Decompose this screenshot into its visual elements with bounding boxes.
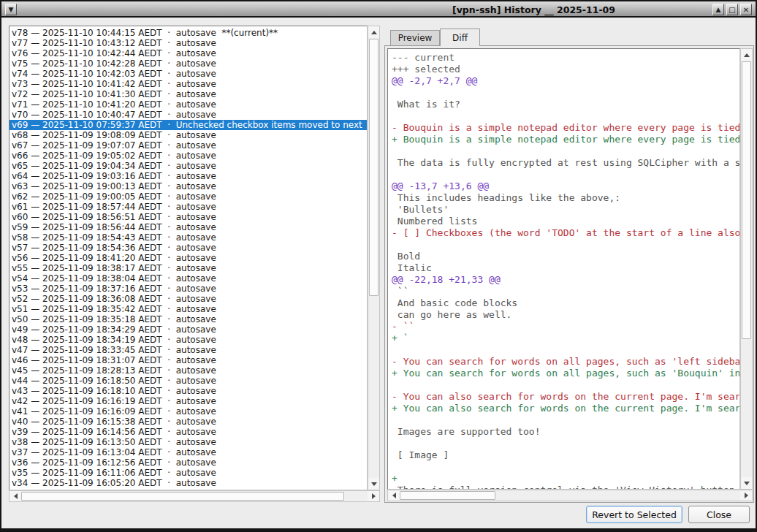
list-hscrollbar[interactable] (9, 490, 380, 502)
diff-vscrollbar[interactable] (740, 48, 753, 490)
diff-line: + ` (392, 332, 739, 344)
history-version-row[interactable]: v56 — 2025-11-09 18:41:20 AEDT · autosav… (12, 253, 367, 263)
history-version-row[interactable]: v61 — 2025-11-09 18:57:44 AEDT · autosav… (12, 202, 367, 212)
list-scroll-up-button[interactable] (368, 26, 379, 38)
history-list[interactable]: v78 — 2025-11-10 10:44:15 AEDT · autosav… (9, 26, 368, 490)
history-version-row[interactable]: v47 — 2025-11-09 18:33:45 AEDT · autosav… (12, 345, 367, 355)
history-version-row[interactable]: v69 — 2025-11-10 07:59:37 AEDT · Uncheck… (9, 120, 367, 130)
history-version-row[interactable]: v45 — 2025-11-09 18:28:13 AEDT · autosav… (12, 365, 367, 376)
close-window-button[interactable]: ✕ (740, 4, 752, 15)
diff-scroll-left-button[interactable] (388, 490, 400, 501)
diff-line: The data is fully encrypted at rest usin… (392, 157, 739, 169)
history-version-row[interactable]: v34 — 2025-11-09 16:05:20 AEDT · autosav… (12, 478, 367, 488)
diff-line: @@ -13,7 +13,6 @@ (392, 180, 739, 192)
history-version-row[interactable]: v74 — 2025-11-10 10:42:03 AEDT · autosav… (12, 69, 367, 79)
diff-line (392, 344, 739, 356)
history-version-row[interactable]: v77 — 2025-11-10 10:43:12 AEDT · autosav… (12, 38, 367, 48)
history-version-row[interactable]: v41 — 2025-11-09 16:16:09 AEDT · autosav… (12, 406, 367, 417)
arrow-left-icon (392, 493, 396, 498)
diff-text-area: --- current+++ selected@@ -2,7 +2,7 @@ W… (387, 48, 740, 490)
diff-line: + You can also search for words on the c… (392, 403, 739, 414)
history-version-row[interactable]: v78 — 2025-11-10 10:44:15 AEDT · autosav… (12, 28, 367, 38)
shade-icon: ▲ (716, 7, 721, 13)
diff-line: This includes headings like the above,: (392, 192, 739, 204)
diff-line: Bold (392, 251, 739, 262)
history-version-row[interactable]: v59 — 2025-11-09 18:56:44 AEDT · autosav… (12, 222, 367, 232)
window-title: [vpn-ssh] History __ 2025-11-09 (452, 4, 615, 15)
arrow-up-icon (371, 31, 377, 34)
list-scroll-left-button[interactable] (9, 491, 21, 501)
history-version-row[interactable]: v49 — 2025-11-09 18:34:29 AEDT · autosav… (12, 324, 367, 335)
history-version-row[interactable]: v43 — 2025-11-09 16:18:10 AEDT · autosav… (12, 386, 367, 396)
diff-line: --- current (392, 52, 739, 64)
shade-button[interactable]: ▲ (712, 4, 724, 15)
list-vscrollbar[interactable] (368, 26, 380, 490)
list-vscrollbar-thumb[interactable] (369, 39, 378, 296)
diff-line: There is full version control via the 'V… (392, 484, 739, 490)
history-version-row[interactable]: v72 — 2025-11-10 10:41:30 AEDT · autosav… (12, 89, 367, 99)
maximize-icon: □ (729, 7, 735, 13)
diff-line (392, 438, 739, 449)
history-version-row[interactable]: v71 — 2025-11-10 10:41:20 AEDT · autosav… (12, 99, 367, 110)
history-version-row[interactable]: v50 — 2025-11-09 18:35:18 AEDT · autosav… (12, 314, 367, 324)
history-version-row[interactable]: v36 — 2025-11-09 16:12:56 AEDT · autosav… (12, 457, 367, 468)
diff-line (392, 414, 739, 426)
history-version-row[interactable]: v57 — 2025-11-09 18:54:36 AEDT · autosav… (12, 243, 367, 253)
history-version-row[interactable]: v75 — 2025-11-10 10:42:28 AEDT · autosav… (12, 58, 367, 69)
history-version-row[interactable]: v63 — 2025-11-09 19:00:13 AEDT · autosav… (12, 181, 367, 191)
titlebar[interactable]: ▼ [vpn-ssh] History __ 2025-11-09 ▲ □ ✕ (1, 1, 756, 18)
arrow-down-icon (371, 482, 377, 486)
close-button[interactable]: Close (688, 506, 750, 523)
history-version-row[interactable]: v70 — 2025-11-10 10:40:47 AEDT · autosav… (12, 110, 367, 120)
history-version-row[interactable]: v60 — 2025-11-09 18:56:51 AEDT · autosav… (12, 212, 367, 222)
history-version-row[interactable]: v40 — 2025-11-09 16:15:38 AEDT · autosav… (12, 417, 367, 427)
history-version-row[interactable]: v76 — 2025-11-10 10:42:44 AEDT · autosav… (12, 48, 367, 58)
diff-line: [ Image ] (392, 449, 739, 461)
history-version-row[interactable]: v58 — 2025-11-09 18:54:43 AEDT · autosav… (12, 232, 367, 243)
history-version-row[interactable]: v42 — 2025-11-09 16:16:19 AEDT · autosav… (12, 396, 367, 406)
diff-hscrollbar[interactable] (387, 490, 753, 501)
diff-scroll-right-button[interactable] (740, 490, 752, 501)
diff-line: Italic (392, 262, 739, 274)
history-version-row[interactable]: v48 — 2025-11-09 18:34:19 AEDT · autosav… (12, 335, 367, 345)
diff-line: + (392, 473, 739, 484)
history-version-row[interactable]: v35 — 2025-11-09 16:11:06 AEDT · autosav… (12, 468, 367, 478)
diff-line: +++ selected (392, 64, 739, 75)
history-version-row[interactable]: v37 — 2025-11-09 16:13:04 AEDT · autosav… (12, 447, 367, 457)
diff-line: + Bouquin is a simple notepad editor whe… (392, 134, 739, 145)
list-scroll-right-button[interactable] (368, 491, 379, 501)
diff-line: - You can search for words on all pages,… (392, 356, 739, 368)
tab-preview[interactable]: Preview (390, 30, 440, 46)
menu-icon: ▼ (9, 7, 14, 13)
list-hscrollbar-thumb[interactable] (21, 492, 344, 501)
diff-scroll-down-button[interactable] (741, 477, 752, 489)
maximize-button[interactable]: □ (726, 4, 738, 15)
history-version-row[interactable]: v67 — 2025-11-09 19:07:07 AEDT · autosav… (12, 140, 367, 151)
list-scroll-down-button[interactable] (368, 478, 379, 490)
diff-scroll-up-button[interactable] (741, 49, 752, 61)
diff-line: - You can also search for words on the c… (392, 391, 739, 403)
history-version-row[interactable]: v64 — 2025-11-09 19:03:16 AEDT · autosav… (12, 171, 367, 181)
diff-line: can go here as well. (392, 309, 739, 321)
history-version-row[interactable]: v68 — 2025-11-09 19:08:09 AEDT · autosav… (12, 130, 367, 140)
history-version-row[interactable]: v55 — 2025-11-09 18:38:17 AEDT · autosav… (12, 263, 367, 273)
history-version-row[interactable]: v39 — 2025-11-09 16:14:56 AEDT · autosav… (12, 427, 367, 437)
history-version-row[interactable]: v65 — 2025-11-09 19:04:34 AEDT · autosav… (12, 161, 367, 171)
history-version-row[interactable]: v73 — 2025-11-10 10:41:42 AEDT · autosav… (12, 79, 367, 89)
history-version-row[interactable]: v46 — 2025-11-09 18:31:07 AEDT · autosav… (12, 355, 367, 365)
window-menu-button[interactable]: ▼ (5, 4, 17, 15)
history-version-row[interactable]: v44 — 2025-11-09 16:18:50 AEDT · autosav… (12, 376, 367, 386)
history-version-row[interactable]: v62 — 2025-11-09 19:00:05 AEDT · autosav… (12, 191, 367, 202)
diff-hscrollbar-thumb[interactable] (400, 491, 495, 500)
history-version-row[interactable]: v53 — 2025-11-09 18:37:16 AEDT · autosav… (12, 284, 367, 294)
tab-diff[interactable]: Diff (440, 28, 480, 46)
history-version-row[interactable]: v66 — 2025-11-09 19:05:02 AEDT · autosav… (12, 151, 367, 161)
history-version-row[interactable]: v38 — 2025-11-09 16:13:50 AEDT · autosav… (12, 437, 367, 447)
arrow-up-icon (744, 53, 750, 57)
revert-to-selected-button[interactable]: Revert to Selected (586, 506, 682, 523)
history-version-row[interactable]: v51 — 2025-11-09 18:35:42 AEDT · autosav… (12, 304, 367, 314)
history-version-row[interactable]: v54 — 2025-11-09 18:38:04 AEDT · autosav… (12, 273, 367, 284)
history-version-row[interactable]: v52 — 2025-11-09 18:36:08 AEDT · autosav… (12, 294, 367, 304)
diff-vscrollbar-thumb[interactable] (742, 61, 751, 339)
diff-line: - `` (392, 321, 739, 332)
